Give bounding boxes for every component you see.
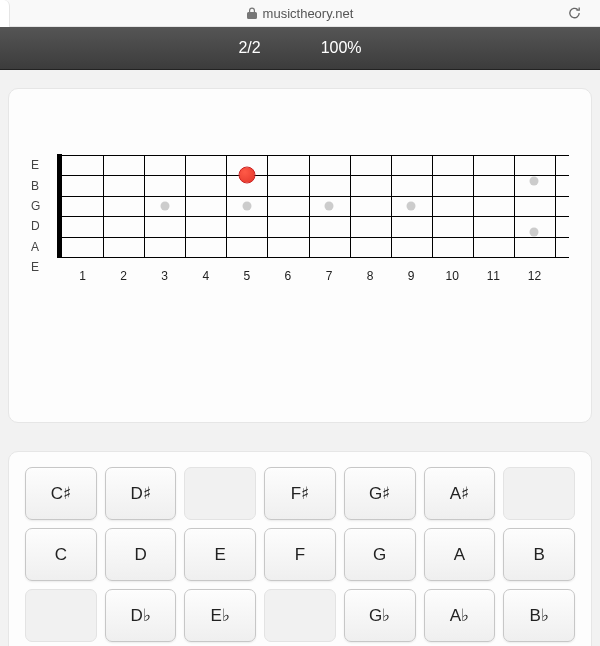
fret-marker (407, 202, 416, 211)
fretboard-card: EBGDAE 123456789101112 (8, 88, 592, 423)
note-key-gap (184, 467, 256, 520)
fret-number: 3 (161, 269, 168, 283)
string (57, 175, 569, 176)
note-key[interactable]: D (105, 528, 177, 581)
note-key[interactable]: E (184, 528, 256, 581)
url-display[interactable]: musictheory.net (247, 6, 354, 21)
fret-wire (226, 155, 227, 257)
note-key[interactable]: A♭ (424, 589, 496, 642)
note-keyboard: C♯D♯F♯G♯A♯CDEFGABD♭E♭G♭A♭B♭ (8, 451, 592, 646)
content-area: EBGDAE 123456789101112 C♯D♯F♯G♯A♯CDEFGAB… (0, 70, 600, 646)
score-progress: 2/2 (238, 39, 260, 57)
fret-wire (473, 155, 474, 257)
note-key[interactable]: D♯ (105, 467, 177, 520)
score-percent: 100% (321, 39, 362, 57)
fret-number: 10 (446, 269, 459, 283)
fret-wire (144, 155, 145, 257)
fret-wire (103, 155, 104, 257)
note-key-gap (503, 467, 575, 520)
fret-wire (185, 155, 186, 257)
string-label: E (31, 257, 40, 277)
string-label: A (31, 237, 40, 257)
fret-number: 2 (120, 269, 127, 283)
note-key[interactable]: F♯ (264, 467, 336, 520)
fret-number: 12 (528, 269, 541, 283)
fret-number: 6 (285, 269, 292, 283)
url-text: musictheory.net (263, 6, 354, 21)
fret-marker (530, 227, 539, 236)
score-bar: 2/2 100% (0, 27, 600, 70)
string (57, 196, 569, 197)
note-key[interactable]: G♯ (344, 467, 416, 520)
note-key[interactable]: A♯ (424, 467, 496, 520)
fret-wire (350, 155, 351, 257)
string-label: E (31, 155, 40, 175)
fret-wire (514, 155, 515, 257)
note-key[interactable]: F (264, 528, 336, 581)
string-label: G (31, 196, 40, 216)
note-key-gap (25, 589, 97, 642)
fretboard-grid (57, 155, 569, 257)
fret-number: 8 (367, 269, 374, 283)
fret-wire (309, 155, 310, 257)
string (57, 257, 569, 258)
string (57, 237, 569, 238)
fretboard: EBGDAE 123456789101112 (31, 119, 569, 319)
lock-icon (247, 7, 257, 19)
fret-number: 7 (326, 269, 333, 283)
note-key[interactable]: B (503, 528, 575, 581)
fret-marker (242, 202, 251, 211)
fret-marker (325, 202, 334, 211)
note-key[interactable]: G♭ (344, 589, 416, 642)
browser-address-bar: musictheory.net (0, 0, 600, 27)
string-label: B (31, 175, 40, 195)
note-key[interactable]: D♭ (105, 589, 177, 642)
target-note-dot (238, 167, 255, 184)
note-key[interactable]: E♭ (184, 589, 256, 642)
fret-number: 4 (202, 269, 209, 283)
fret-wire (432, 155, 433, 257)
nut (57, 154, 62, 258)
note-key[interactable]: C♯ (25, 467, 97, 520)
fret-wire (555, 155, 556, 257)
fret-marker (530, 176, 539, 185)
string-label: D (31, 216, 40, 236)
note-key[interactable]: C (25, 528, 97, 581)
string (57, 216, 569, 217)
string (57, 155, 569, 156)
note-key[interactable]: B♭ (503, 589, 575, 642)
fret-wire (391, 155, 392, 257)
reload-icon[interactable] (567, 6, 582, 21)
fret-number: 1 (79, 269, 86, 283)
note-key-gap (264, 589, 336, 642)
fret-number: 11 (487, 269, 500, 283)
fret-number: 9 (408, 269, 415, 283)
fret-number: 5 (244, 269, 251, 283)
fret-wire (267, 155, 268, 257)
fret-marker (160, 202, 169, 211)
tab-edge (0, 0, 10, 27)
note-key[interactable]: G (344, 528, 416, 581)
string-labels: EBGDAE (31, 155, 40, 277)
note-key[interactable]: A (424, 528, 496, 581)
